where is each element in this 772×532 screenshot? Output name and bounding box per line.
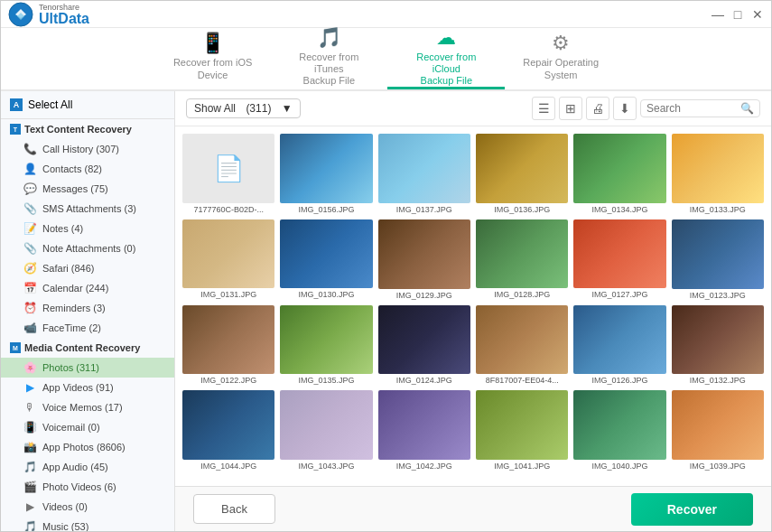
facetime-label: FaceTime (2) (42, 322, 101, 333)
notes-label: Notes (4) (42, 223, 83, 234)
chevron-down-icon: ▼ (282, 102, 293, 115)
nav-repair-label: Repair OperatingSystem (523, 57, 599, 80)
photo-label: IMG_0122.JPG (182, 376, 274, 385)
photo-item[interactable]: IMG_0133.JPG (672, 134, 764, 214)
videos-label: Videos (0) (42, 501, 88, 512)
photo-label: IMG_0123.JPG (672, 291, 764, 300)
section-text-content[interactable]: T Text Content Recovery (1, 119, 174, 139)
music-icon: 🎵 (23, 519, 37, 531)
text-content-section-label: Text Content Recovery (24, 124, 132, 135)
music-label: Music (53) (42, 521, 88, 531)
photo-videos-label: Photo Videos (6) (42, 481, 116, 492)
app-audio-label: App Audio (45) (42, 462, 108, 472)
sidebar-item-notes[interactable]: 📝 Notes (4) (1, 219, 174, 238)
sidebar-item-facetime[interactable]: 📹 FaceTime (2) (1, 318, 174, 338)
photo-label: IMG_0127.JPG (573, 290, 665, 299)
photo-item[interactable]: IMG_0128.JPG (476, 219, 568, 300)
select-all-label: Select All (28, 98, 72, 111)
nav-item-itunes[interactable]: 🎵 Recover from iTunesBackup File (270, 28, 387, 89)
sidebar-item-messages[interactable]: 💬 Messages (75) (1, 179, 174, 199)
sidebar-item-note-attachments[interactable]: 📎 Note Attachments (0) (1, 238, 174, 258)
repair-icon: ⚙ (552, 33, 570, 53)
sidebar-item-voice-memos[interactable]: 🎙 Voice Memos (17) (1, 397, 174, 417)
export-button[interactable]: ⬇ (613, 97, 637, 120)
sidebar-item-photo-videos[interactable]: 🎬 Photo Videos (6) (1, 477, 174, 497)
photo-item[interactable]: IMG_0136.JPG (476, 134, 568, 214)
grid-view-button[interactable]: ⊞ (559, 97, 582, 120)
photo-item[interactable]: IMG_1041.JPG (476, 390, 568, 471)
photo-item[interactable]: 8F817007-EE04-4... (476, 305, 568, 386)
photo-item[interactable]: IMG_0135.JPG (280, 305, 372, 386)
sidebar-item-contacts[interactable]: 👤 Contacts (82) (1, 159, 174, 179)
photo-label: IMG_0130.JPG (280, 290, 372, 299)
sidebar-item-app-videos[interactable]: ▶ App Videos (91) (1, 378, 174, 397)
photo-item[interactable]: IMG_0134.JPG (573, 134, 665, 214)
reminders-icon: ⏰ (23, 301, 37, 315)
app-photos-label: App Photos (8606) (42, 442, 126, 453)
sidebar-item-sms-attachments[interactable]: 📎 SMS Attachments (3) (1, 199, 174, 219)
photos-label: Photos (311) (42, 362, 99, 373)
back-button[interactable]: Back (193, 494, 275, 524)
photo-item[interactable]: IMG_0156.JPG (280, 134, 372, 214)
voice-memos-label: Voice Memos (17) (42, 402, 123, 413)
sidebar-item-voicemail[interactable]: 📳 Voicemail (0) (1, 417, 174, 437)
sidebar-item-photos[interactable]: 🌸 Photos (311) (1, 358, 174, 378)
videos-icon: ▶ (23, 499, 37, 514)
section-media-content[interactable]: M Media Content Recovery (1, 338, 174, 358)
photo-label: IMG_1041.JPG (476, 462, 568, 471)
photo-item[interactable]: IMG_0132.JPG (672, 305, 764, 386)
photo-item[interactable]: IMG_1044.JPG (182, 390, 274, 471)
sidebar-item-reminders[interactable]: ⏰ Reminders (3) (1, 298, 174, 318)
photo-label: IMG_1043.JPG (280, 462, 372, 471)
facetime-icon: 📹 (23, 321, 37, 335)
photo-item[interactable]: IMG_0122.JPG (182, 305, 274, 386)
photo-item[interactable]: IMG_1039.JPG (672, 390, 764, 471)
photo-item[interactable]: IMG_1043.JPG (280, 390, 372, 471)
photo-item[interactable]: IMG_0131.JPG (182, 219, 274, 300)
photo-item[interactable]: IMG_0129.JPG (378, 219, 470, 300)
bottom-bar: Back Recover (175, 486, 771, 531)
sidebar-item-safari[interactable]: 🧭 Safari (846) (1, 258, 174, 278)
list-view-button[interactable]: ☰ (532, 97, 555, 120)
itunes-icon: 🎵 (317, 28, 341, 48)
photo-item[interactable]: IMG_0137.JPG (378, 134, 470, 214)
close-button[interactable]: ✕ (751, 8, 764, 21)
messages-label: Messages (75) (42, 183, 108, 194)
sidebar-item-app-photos[interactable]: 📸 App Photos (8606) (1, 437, 174, 457)
print-button[interactable]: 🖨 (586, 97, 609, 120)
safari-label: Safari (846) (42, 263, 94, 274)
nav-ios-label: Recover from iOSDevice (173, 57, 252, 80)
sidebar-item-app-audio[interactable]: 🎵 App Audio (45) (1, 457, 174, 477)
search-box: 🔍 (640, 99, 760, 117)
view-icons-group: ☰ ⊞ 🖨 ⬇ 🔍 (532, 97, 760, 120)
sidebar: A Select All T Text Content Recovery 📞 C… (1, 91, 175, 531)
maximize-button[interactable]: □ (731, 8, 744, 21)
calendar-icon: 📅 (23, 281, 37, 295)
search-input[interactable] (646, 102, 737, 115)
photo-item[interactable]: 📄7177760C-B02D-... (182, 134, 274, 214)
nav-item-repair[interactable]: ⚙ Repair OperatingSystem (505, 28, 617, 89)
brand-label: Tenorshare (39, 3, 89, 12)
photo-item[interactable]: IMG_1042.JPG (378, 390, 470, 471)
select-all-header[interactable]: A Select All (1, 91, 174, 119)
minimize-button[interactable]: — (712, 8, 724, 21)
photo-item[interactable]: IMG_0127.JPG (573, 219, 665, 300)
photo-item[interactable]: IMG_0126.JPG (573, 305, 665, 386)
photo-label: IMG_1039.JPG (672, 462, 764, 471)
photo-item[interactable]: IMG_1040.JPG (573, 390, 665, 471)
sidebar-item-call-history[interactable]: 📞 Call History (307) (1, 139, 174, 159)
photo-label: IMG_0133.JPG (672, 205, 764, 214)
show-all-dropdown[interactable]: Show All (311) ▼ (186, 98, 301, 118)
photo-item[interactable]: IMG_0123.JPG (672, 219, 764, 300)
sidebar-item-videos[interactable]: ▶ Videos (0) (1, 497, 174, 517)
sidebar-item-music[interactable]: 🎵 Music (53) (1, 517, 174, 531)
notes-icon: 📝 (23, 221, 37, 236)
media-content-section-label: Media Content Recovery (24, 342, 140, 353)
recover-button[interactable]: Recover (631, 493, 753, 526)
photo-item[interactable]: IMG_0124.JPG (378, 305, 470, 386)
nav-item-ios[interactable]: 📱 Recover from iOSDevice (155, 28, 270, 89)
photo-item[interactable]: IMG_0130.JPG (280, 219, 372, 300)
sidebar-item-calendar[interactable]: 📅 Calendar (244) (1, 278, 174, 298)
messages-icon: 💬 (23, 182, 37, 196)
nav-item-icloud[interactable]: ☁ Recover from iCloudBackup File (387, 28, 505, 89)
